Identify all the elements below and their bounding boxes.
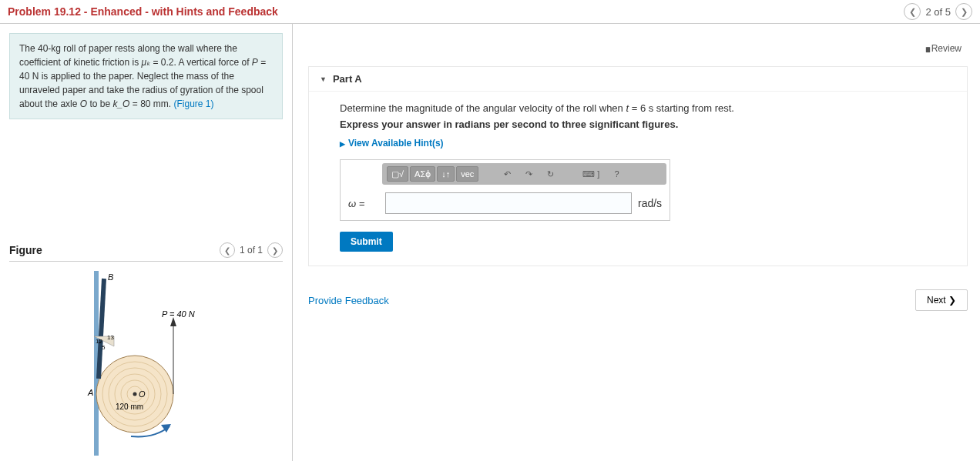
svg-text:5: 5 bbox=[102, 344, 106, 351]
answer-box: ▢√ ΑΣϕ ↓↑ vec ↶ ↷ ↻ ⌨ ] ? bbox=[340, 159, 670, 221]
figure-page-status: 1 of 1 bbox=[240, 245, 263, 256]
figure-link[interactable]: (Figure 1) bbox=[173, 99, 213, 109]
submit-button[interactable]: Submit bbox=[340, 232, 393, 252]
subscript-icon[interactable]: ↓↑ bbox=[437, 166, 455, 182]
svg-text:P = 40 N: P = 40 N bbox=[162, 309, 195, 319]
provide-feedback-link[interactable]: Provide Feedback bbox=[308, 295, 389, 306]
next-button[interactable]: ❯ bbox=[955, 3, 972, 20]
review-link[interactable]: Review bbox=[925, 43, 962, 54]
part-title: Part A bbox=[333, 73, 362, 85]
problem-statement: The 40-kg roll of paper rests along the … bbox=[9, 33, 283, 119]
figure-next-button[interactable]: ❯ bbox=[267, 242, 283, 258]
collapse-icon[interactable]: ▼ bbox=[320, 75, 327, 83]
svg-text:A: A bbox=[87, 388, 93, 397]
help-icon[interactable]: ? bbox=[608, 166, 625, 182]
reset-icon[interactable]: ↻ bbox=[542, 166, 559, 182]
part-a: ▼ Part A Determine the magnitude of the … bbox=[308, 66, 968, 266]
vector-icon[interactable]: vec bbox=[456, 166, 478, 182]
figure-prev-button[interactable]: ❮ bbox=[220, 242, 235, 258]
page-status: 2 of 5 bbox=[925, 6, 951, 18]
keyboard-icon[interactable]: ⌨ ] bbox=[579, 166, 603, 182]
svg-text:B: B bbox=[108, 272, 113, 282]
svg-line-8 bbox=[99, 279, 104, 379]
figure-diagram: B A O P = 40 N 13 12 5 120 mm bbox=[9, 271, 283, 458]
page-title: Problem 19.12 - Enhanced - with Hints an… bbox=[8, 5, 278, 18]
svg-point-7 bbox=[133, 393, 136, 396]
answer-label: ω = bbox=[348, 198, 379, 209]
prev-button[interactable]: ❮ bbox=[904, 3, 921, 20]
figure-heading: Figure bbox=[9, 244, 42, 256]
view-hints-link[interactable]: View Available Hint(s) bbox=[340, 138, 936, 149]
svg-text:O: O bbox=[139, 389, 146, 399]
answer-input[interactable] bbox=[385, 192, 632, 214]
part-instructions: Express your answer in radians per secon… bbox=[340, 119, 936, 130]
undo-icon[interactable]: ↶ bbox=[498, 166, 515, 182]
next-part-button[interactable]: Next ❯ bbox=[915, 289, 968, 311]
part-prompt: Determine the magnitude of the angular v… bbox=[340, 102, 936, 114]
svg-text:120 mm: 120 mm bbox=[116, 403, 143, 411]
greek-icon[interactable]: ΑΣϕ bbox=[410, 166, 435, 182]
equation-toolbar: ▢√ ΑΣϕ ↓↑ vec ↶ ↷ ↻ ⌨ ] ? bbox=[382, 163, 666, 185]
answer-units: rad/s bbox=[638, 197, 662, 209]
redo-icon[interactable]: ↷ bbox=[520, 166, 537, 182]
svg-text:13: 13 bbox=[107, 334, 114, 341]
pager: ❮ 2 of 5 ❯ bbox=[904, 3, 972, 20]
template-icon[interactable]: ▢√ bbox=[387, 166, 408, 182]
